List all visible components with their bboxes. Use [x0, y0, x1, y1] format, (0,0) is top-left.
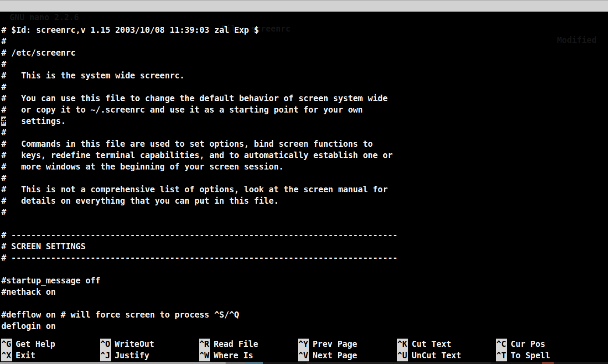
buffer-line[interactable]: #: [1, 207, 608, 218]
shortcut-key: ^O: [100, 339, 111, 350]
shortcut-get-help: ^GGet Help: [1, 339, 100, 350]
shortcut-cut-text: ^KCut Text: [397, 339, 496, 350]
buffer-line[interactable]: #: [1, 127, 608, 138]
shortcut-key: ^V: [298, 350, 309, 361]
background-window-edge: [0, 362, 608, 364]
buffer-line[interactable]: # Commands in this file are used to set …: [1, 138, 608, 150]
shortcut-key: ^Y: [298, 339, 309, 350]
buffer-line[interactable]: # keys, redefine terminal capabilities, …: [1, 150, 608, 161]
shortcut-label: WriteOut: [115, 339, 154, 349]
terminal-window: GNU nano 2.2.6 File: screenrc Modified #…: [0, 0, 608, 364]
shortcut-key: ^U: [397, 350, 408, 361]
buffer-line[interactable]: # You can use this file to change the de…: [1, 93, 608, 104]
shortcut-uncut-text: ^UUnCut Text: [397, 350, 496, 361]
editor-buffer[interactable]: # $Id: screenrc,v 1.15 2003/10/08 11:39:…: [1, 25, 608, 332]
buffer-line[interactable]: # more windows at the beginning of your …: [1, 161, 608, 173]
text-cursor: #: [1, 117, 6, 126]
shortcut-key: ^J: [100, 350, 111, 361]
shortcut-exit: ^XExit: [1, 350, 100, 361]
shortcut-label: Get Help: [16, 339, 55, 349]
shortcut-to-spell: ^TTo Spell: [496, 350, 595, 361]
buffer-line[interactable]: #: [1, 59, 608, 70]
buffer-line[interactable]: #defflow on # will force screen to proce…: [1, 309, 608, 321]
buffer-line[interactable]: [1, 218, 608, 230]
shortcut-label: Prev Page: [313, 339, 357, 349]
background-window-segment: [307, 362, 491, 364]
shortcut-label: UnCut Text: [412, 351, 461, 360]
buffer-line[interactable]: #: [1, 173, 608, 184]
shortcut-label: To Spell: [511, 351, 550, 360]
buffer-line[interactable]: #: [1, 36, 608, 47]
buffer-line[interactable]: #nethack on: [1, 286, 608, 298]
buffer-line[interactable]: [1, 298, 608, 309]
buffer-line[interactable]: [1, 264, 608, 275]
buffer-line[interactable]: # /etc/screenrc: [1, 47, 608, 59]
shortcut-writeout: ^OWriteOut: [100, 339, 199, 350]
buffer-line[interactable]: # SCREEN SETTINGS: [1, 241, 608, 252]
shortcut-prev-page: ^YPrev Page: [298, 339, 397, 350]
buffer-line[interactable]: # This is not a comprehensive list of op…: [1, 184, 608, 195]
background-window-segment: [0, 362, 226, 364]
buffer-line[interactable]: # details on everything that you can put…: [1, 195, 608, 207]
shortcut-key: ^G: [1, 339, 12, 350]
shortcut-label: Where Is: [214, 351, 253, 360]
shortcut-label: Justify: [115, 351, 149, 360]
shortcut-label: Cut Text: [412, 339, 451, 349]
shortcut-label: Read File: [214, 339, 258, 349]
shortcut-where-is: ^WWhere Is: [199, 350, 298, 361]
shortcut-key: ^X: [1, 350, 12, 361]
buffer-line[interactable]: # or copy it to ~/.screenrc and use it a…: [1, 104, 608, 116]
buffer-line[interactable]: deflogin on: [1, 321, 608, 332]
buffer-line[interactable]: #: [1, 81, 608, 93]
shortcut-row-1: ^GGet Help^OWriteOut^RRead File^YPrev Pa…: [1, 339, 595, 350]
shortcut-key: ^W: [199, 350, 210, 361]
buffer-line[interactable]: # --------------------------------------…: [1, 230, 608, 241]
buffer-line[interactable]: # settings.: [1, 116, 608, 127]
nano-titlebar: GNU nano 2.2.6 File: screenrc Modified: [0, 0, 608, 12]
shortcut-key: ^K: [397, 339, 408, 350]
buffer-line[interactable]: #startup_message off: [1, 275, 608, 286]
shortcut-key: ^C: [496, 339, 507, 350]
shortcut-label: Next Page: [313, 351, 357, 360]
shortcut-label: Cur Pos: [511, 339, 545, 349]
buffer-line[interactable]: # $Id: screenrc,v 1.15 2003/10/08 11:39:…: [1, 25, 608, 36]
shortcut-row-2: ^XExit^JJustify^WWhere Is^VNext Page^UUn…: [1, 350, 595, 361]
background-window-segment: [542, 362, 554, 364]
shortcut-key: ^T: [496, 350, 507, 361]
shortcut-next-page: ^VNext Page: [298, 350, 397, 361]
buffer-line[interactable]: # --------------------------------------…: [1, 252, 608, 264]
shortcut-key: ^R: [199, 339, 210, 350]
shortcut-read-file: ^RRead File: [199, 339, 298, 350]
shortcut-cur-pos: ^CCur Pos: [496, 339, 595, 350]
buffer-line[interactable]: # This is the system wide screenrc.: [1, 70, 608, 81]
shortcut-label: Exit: [16, 351, 35, 360]
background-window-segment: [245, 362, 263, 364]
shortcut-justify: ^JJustify: [100, 350, 199, 361]
app-version-label: GNU nano 2.2.6: [10, 12, 79, 23]
background-window-segment: [226, 362, 245, 364]
